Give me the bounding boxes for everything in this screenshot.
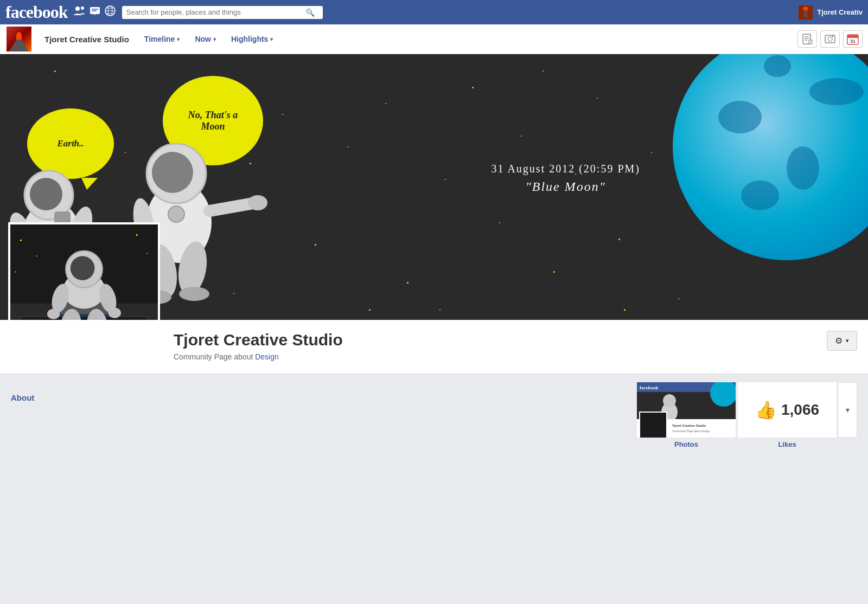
svg-point-1 xyxy=(81,7,84,10)
svg-point-21 xyxy=(828,37,832,41)
likes-section[interactable]: 👍 1,066 Likes xyxy=(738,382,837,448)
svg-point-85 xyxy=(663,394,676,407)
svg-point-22 xyxy=(832,36,834,37)
page-subtitle: Community Page about Design xyxy=(174,352,827,361)
svg-point-42 xyxy=(248,195,267,210)
profile-info-area: Tjoret Creative Studio Community Page ab… xyxy=(0,320,868,374)
search-input[interactable] xyxy=(126,8,305,16)
star xyxy=(439,309,441,310)
svg-text:31: 31 xyxy=(850,38,856,44)
profile-thumb-small xyxy=(5,25,33,53)
star xyxy=(407,282,409,284)
nav-right-area: Tjoret Creativ xyxy=(799,5,863,20)
likes-count: 1,066 xyxy=(781,401,819,419)
search-button[interactable]: 🔍 xyxy=(305,8,315,17)
photos-thumbnail: facebook Tjoret Creative Studio Communit… xyxy=(637,382,736,438)
photos-tool-button[interactable] xyxy=(820,30,840,48)
settings-button[interactable]: ⚙ ▾ xyxy=(827,331,857,351)
svg-text:Community Page about Design: Community Page about Design xyxy=(672,429,710,433)
user-avatar[interactable] xyxy=(799,5,813,20)
now-label: Now xyxy=(195,35,211,43)
svg-point-30 xyxy=(30,178,62,210)
cover-date: 31 August 2012 (20:59 PM) xyxy=(492,163,640,175)
nav-tools: 31 xyxy=(797,30,863,48)
star xyxy=(618,239,620,240)
svg-point-76 xyxy=(147,253,148,254)
svg-point-47 xyxy=(179,287,209,301)
svg-rect-87 xyxy=(640,412,667,438)
star xyxy=(472,87,474,88)
svg-point-74 xyxy=(36,255,37,256)
search-bar: 🔍 xyxy=(122,6,323,19)
star xyxy=(624,309,626,311)
more-sections-button[interactable]: ▾ xyxy=(838,382,857,438)
bottom-section: About facebook xyxy=(0,374,868,457)
svg-point-75 xyxy=(136,234,138,236)
svg-rect-24 xyxy=(847,35,858,38)
notes-tool-button[interactable] xyxy=(797,30,817,48)
timeline-button[interactable]: Timeline ▾ xyxy=(138,30,187,48)
svg-point-40 xyxy=(152,152,193,193)
settings-arrow-icon: ▾ xyxy=(846,337,849,344)
star xyxy=(347,146,348,147)
svg-point-13 xyxy=(803,7,808,11)
photos-label: Photos xyxy=(674,440,698,448)
earth-planet xyxy=(673,54,868,260)
highlights-button[interactable]: Highlights ▾ xyxy=(225,30,279,48)
svg-point-77 xyxy=(15,271,16,272)
svg-point-68 xyxy=(108,307,121,318)
cover-moon: "Blue Moon" xyxy=(492,179,640,194)
likes-label: Likes xyxy=(778,440,796,448)
svg-point-67 xyxy=(47,309,60,319)
profile-section: Tjoret Tjoret Creative Studio Community … xyxy=(0,320,868,374)
star xyxy=(651,152,652,153)
svg-point-0 xyxy=(75,7,80,11)
user-name: Tjoret Creativ xyxy=(817,8,863,16)
design-link[interactable]: Design xyxy=(255,352,279,361)
star xyxy=(521,136,522,137)
chevron-down-icon: ▾ xyxy=(846,406,850,414)
svg-text:facebook: facebook xyxy=(640,385,659,390)
star xyxy=(499,222,500,223)
messages-icon[interactable] xyxy=(90,5,100,19)
timeline-arrow: ▾ xyxy=(177,36,180,42)
now-arrow: ▾ xyxy=(213,36,216,42)
about-link[interactable]: About xyxy=(11,388,45,408)
photos-section[interactable]: facebook Tjoret Creative Studio Communit… xyxy=(637,382,736,448)
page-name-button[interactable]: Tjoret Creative Studio xyxy=(38,30,136,48)
star xyxy=(553,271,555,273)
profile-navigation: Tjoret Creative Studio Timeline ▾ Now ▾ … xyxy=(0,24,868,54)
star xyxy=(445,179,446,180)
star xyxy=(369,309,371,311)
svg-point-73 xyxy=(20,240,22,241)
svg-point-64 xyxy=(71,256,95,280)
page-title-area: Tjoret Creative Studio Community Page ab… xyxy=(174,331,827,361)
friends-icon[interactable] xyxy=(73,5,85,19)
now-button[interactable]: Now ▾ xyxy=(188,30,222,48)
star xyxy=(542,70,544,72)
facebook-logo[interactable]: facebook xyxy=(5,2,68,22)
likes-box: 👍 1,066 xyxy=(738,382,837,438)
calendar-tool-button[interactable]: 31 xyxy=(843,30,863,48)
nav-icon-group xyxy=(73,5,116,19)
svg-text:Tjoret Creative Studio: Tjoret Creative Studio xyxy=(672,424,706,427)
globe-icon[interactable] xyxy=(105,5,116,19)
top-navigation: facebook xyxy=(0,0,868,24)
star xyxy=(385,103,386,104)
page-name-label: Tjoret Creative Studio xyxy=(44,35,129,44)
page-title: Tjoret Creative Studio xyxy=(174,331,827,349)
like-thumb-icon: 👍 xyxy=(755,400,777,420)
svg-point-48 xyxy=(168,206,184,222)
highlights-arrow: ▾ xyxy=(270,36,273,42)
gear-icon: ⚙ xyxy=(835,336,843,346)
star xyxy=(597,98,598,99)
star xyxy=(315,244,316,246)
cover-text: 31 August 2012 (20:59 PM) "Blue Moon" xyxy=(492,163,640,194)
highlights-label: Highlights xyxy=(231,35,268,43)
star xyxy=(678,298,679,299)
timeline-label: Timeline xyxy=(144,35,175,43)
